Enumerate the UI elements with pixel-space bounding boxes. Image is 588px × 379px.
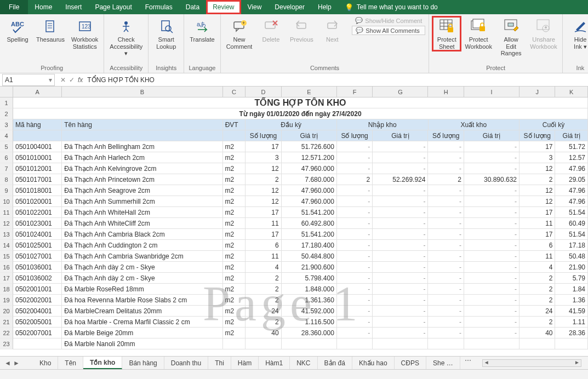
enter-icon[interactable]: ✓ xyxy=(69,76,75,84)
cell[interactable]: m2 xyxy=(223,262,246,272)
cell[interactable]: 51.541.200 xyxy=(282,229,337,239)
cell[interactable]: 50.48 xyxy=(555,251,588,261)
cell[interactable]: Đá Thạch Anh Seagrove 2cm xyxy=(62,185,222,196)
cell[interactable]: 47.96 xyxy=(555,185,588,196)
cells-area[interactable]: TỔNG HỢP TỒN KHOTừ ngày 01/01/2020 đến n… xyxy=(13,97,588,349)
cell[interactable]: 0501012001 xyxy=(13,163,62,174)
sheet-tab-banhang[interactable]: Bán hàng xyxy=(122,357,164,369)
cell[interactable]: 17 xyxy=(520,141,555,152)
row-header[interactable]: 19 xyxy=(0,295,13,306)
sheet-tab-tonkho[interactable]: Tồn kho xyxy=(83,357,122,369)
cell[interactable]: - xyxy=(464,229,520,239)
sheet-tab-thi[interactable]: Thi xyxy=(208,357,231,369)
col-header-B[interactable]: B xyxy=(62,87,222,97)
cell[interactable]: 2 xyxy=(520,295,555,305)
row-header[interactable]: 15 xyxy=(0,251,13,262)
cell[interactable] xyxy=(13,130,62,141)
protect-workbook-button[interactable]: Protect Workbook xyxy=(463,16,494,51)
spelling-button[interactable]: ABC Spelling xyxy=(3,16,32,44)
col-header-C[interactable]: C xyxy=(223,87,246,97)
cell[interactable]: m2 xyxy=(223,207,246,217)
cell[interactable]: 21.900.600 xyxy=(282,262,337,272)
sheet-tab-doanhthu[interactable]: Doanh thu xyxy=(164,357,208,369)
col-header-J[interactable]: J xyxy=(520,87,555,97)
cell[interactable]: 1.36 xyxy=(555,295,588,305)
cell[interactable]: - xyxy=(373,218,428,228)
tab-home[interactable]: Home xyxy=(28,0,59,14)
cell[interactable]: Đá Thạch Anh Summerhill 2cm xyxy=(62,196,222,206)
cell[interactable]: - xyxy=(464,328,520,338)
tab-developer[interactable]: Developer xyxy=(268,0,311,14)
cell[interactable]: 51.541.200 xyxy=(282,207,337,217)
cell[interactable]: 2 xyxy=(246,295,281,305)
cell[interactable]: 0502005001 xyxy=(13,317,62,327)
cell[interactable]: 0501036002 xyxy=(13,273,62,283)
cell[interactable]: 0502002001 xyxy=(13,295,62,305)
cell[interactable]: m2 xyxy=(223,141,246,152)
cell[interactable]: 0501010001 xyxy=(13,152,62,163)
cell[interactable]: - xyxy=(428,218,464,228)
cell[interactable]: - xyxy=(428,317,464,327)
cell[interactable]: 2 xyxy=(520,273,555,283)
cell[interactable]: - xyxy=(464,141,520,152)
cell[interactable]: Đá Thạch Anh Harlech 2cm xyxy=(62,152,222,163)
tab-formulas[interactable]: Formulas xyxy=(139,0,179,14)
cell[interactable]: - xyxy=(337,185,373,196)
cell[interactable]: 17.180.400 xyxy=(282,240,337,250)
col-header-F[interactable]: F xyxy=(337,87,373,97)
sheet-tab-cdps[interactable]: CĐPS xyxy=(395,357,426,369)
cell[interactable]: - xyxy=(464,218,520,228)
cell[interactable]: - xyxy=(337,218,373,228)
cell[interactable]: - xyxy=(373,251,428,261)
tab-review[interactable]: Review xyxy=(206,0,241,14)
cell[interactable]: 12 xyxy=(520,196,555,206)
row-header[interactable]: 8 xyxy=(0,174,13,185)
cell[interactable]: 24 xyxy=(520,306,555,316)
cell[interactable]: - xyxy=(464,207,520,217)
cell[interactable]: - xyxy=(428,163,464,174)
cell[interactable]: Đá Thạch Anh Bellingham 2cm xyxy=(62,141,222,152)
row-header[interactable]: 3 xyxy=(0,119,13,130)
cell[interactable]: 11 xyxy=(520,218,555,228)
fx-icon[interactable]: fx xyxy=(78,76,83,84)
cell[interactable]: - xyxy=(464,240,520,250)
cell[interactable]: Đá Thạch Anh Cambria Swanbridge 2cm xyxy=(62,251,222,261)
row-header[interactable]: 16 xyxy=(0,262,13,273)
cell[interactable]: m2 xyxy=(223,174,246,185)
translate-button[interactable]: aあ Translate xyxy=(187,16,216,44)
cell[interactable] xyxy=(62,130,222,141)
cell[interactable]: Cuối kỳ xyxy=(520,119,588,130)
cell[interactable]: 12 xyxy=(520,185,555,196)
cell[interactable] xyxy=(282,338,337,349)
cell[interactable]: - xyxy=(373,229,428,239)
cell[interactable]: - xyxy=(373,295,428,305)
sheet-tab-nkc[interactable]: NKC xyxy=(290,357,317,369)
cell[interactable]: - xyxy=(337,207,373,217)
cell[interactable]: 5.79 xyxy=(555,273,588,283)
name-box[interactable]: A1▾ xyxy=(2,74,55,86)
tab-file[interactable]: File xyxy=(0,0,28,14)
cell[interactable]: Đá MarbleCream Delitatus 20mm xyxy=(62,306,222,316)
sheet-tab-khauhao[interactable]: Khấu hao xyxy=(352,357,395,369)
sheet-tab-more[interactable]: She … xyxy=(426,357,460,369)
check-accessibility-button[interactable]: Check Accessibility ▾ xyxy=(107,16,145,58)
row-header[interactable]: 21 xyxy=(0,317,13,328)
row-header[interactable]: 23 xyxy=(0,338,13,349)
cell[interactable]: - xyxy=(337,262,373,272)
cell[interactable] xyxy=(428,338,464,349)
cell[interactable]: 1.84 xyxy=(555,284,588,294)
cell[interactable]: 29.05 xyxy=(555,174,588,185)
cell[interactable]: - xyxy=(464,262,520,272)
cell[interactable]: 2 xyxy=(246,174,281,185)
cell[interactable]: 51.72 xyxy=(555,141,588,152)
tab-pagelayout[interactable]: Page Layout xyxy=(88,0,138,14)
cell[interactable] xyxy=(464,338,520,349)
cell[interactable]: - xyxy=(464,196,520,206)
cell[interactable]: 11 xyxy=(520,251,555,261)
cell[interactable]: - xyxy=(373,284,428,294)
formula-input[interactable]: TỔNG HỢP TỒN KHO xyxy=(85,76,588,84)
cell[interactable]: 0501020001 xyxy=(13,196,62,206)
cell[interactable]: 17 xyxy=(520,229,555,239)
cell[interactable]: 0501036001 xyxy=(13,262,62,272)
cell[interactable]: - xyxy=(373,262,428,272)
